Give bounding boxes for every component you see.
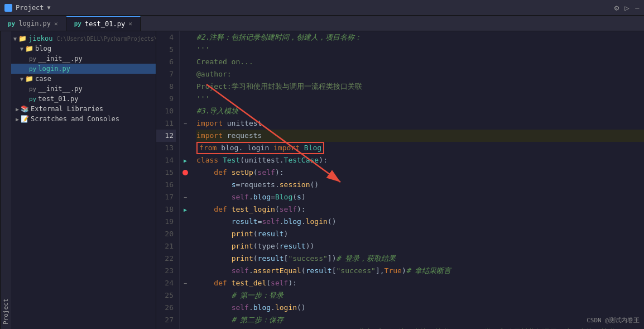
fold-icon-17[interactable]: − [184, 194, 187, 201]
chevron-down-icon3: ▼ [20, 76, 23, 82]
code-line-24: def test_del ( self ): [196, 277, 644, 289]
code-line-18: def test_login ( self ): [196, 203, 644, 216]
title-bar-icons: ⚙ ▷ − [614, 3, 640, 12]
title-bar: Project ▼ ⚙ ▷ − [0, 0, 644, 16]
fn-setup-15: setUp [232, 166, 253, 179]
plain-28c: . [301, 326, 306, 329]
init-file-icon: py [29, 55, 36, 63]
var-body-28: body [458, 326, 475, 329]
chevron-right-icon: ▶ [16, 106, 19, 112]
gutter-10 [180, 105, 191, 117]
var-s-17: s [297, 191, 301, 203]
gutter-27 [180, 314, 191, 326]
line-num-21: 21 [156, 240, 176, 252]
tab-test01-close[interactable]: ✕ [128, 20, 132, 27]
code-line-19: result = self . blog . login () [196, 216, 644, 228]
tree-case-folder[interactable]: ▼ 📁 case [11, 74, 156, 84]
paren-20b: ) [284, 228, 289, 240]
gutter-26 [180, 302, 191, 314]
comment-25: # 第一步：登录 [232, 289, 284, 302]
plain-19b: . [280, 216, 284, 228]
code-line-22: print ( result [ "success" ]) # 登录，获取结果 [196, 252, 644, 265]
paren-20a: ( [253, 228, 258, 240]
code-line-8: Project:学习和使用封装与调用一流程类接口关联 [196, 80, 644, 93]
tab-login-close[interactable]: ✕ [54, 20, 58, 27]
indent-17 [196, 191, 232, 203]
code-line-11: import unittest [196, 117, 644, 130]
tab-login[interactable]: py login.py ✕ [0, 16, 66, 31]
paren-14a: ( [240, 154, 244, 166]
fn-assert-23: assertEqual [253, 265, 301, 277]
code-line-23: self . assertEqual ( result [ "success" … [196, 265, 644, 277]
highlight-box-13: from blog. login import Blog [196, 142, 324, 154]
tab-login-icon: py [8, 20, 15, 27]
kw-from-13: from [199, 143, 217, 153]
tree-login-file[interactable]: py login.py [11, 64, 156, 74]
fn-session-16: session [280, 179, 310, 191]
gutter-18[interactable]: ▶ [180, 203, 191, 216]
title-bar-left: Project ▼ [4, 4, 51, 12]
gutter-15 [180, 166, 191, 179]
code-line-9: ''' [196, 93, 644, 105]
code-text-5: ''' [196, 44, 209, 56]
var-blog-28: blog [284, 326, 301, 329]
run-icon[interactable]: ▷ [624, 3, 629, 12]
paren-18a: ( [275, 203, 280, 216]
line-num-28: 28 [156, 326, 176, 329]
plain-24a [227, 277, 232, 289]
code-content[interactable]: #2.注释：包括记录创建时间，创建人，项目名称： ''' Created on.… [192, 31, 644, 329]
self-26: self [232, 302, 249, 314]
tree-blog-folder[interactable]: ▼ 📁 blog [11, 44, 156, 54]
gutter-14[interactable]: ▶ [180, 154, 191, 166]
tree-root[interactable]: ▼ 📁 jiekou C:\Users\DELL\PycharmProjects… [11, 34, 156, 44]
self-18: self [280, 203, 297, 216]
plain-12: requests [223, 130, 262, 142]
indent-27 [196, 314, 232, 326]
line-num-6: 6 [156, 56, 176, 68]
var-r2url-28: r2_url [232, 326, 258, 329]
watermark: CSDN @测试内卷王 [587, 316, 640, 325]
tree-root-label: jiekou [28, 35, 52, 42]
run-icon-14[interactable]: ▶ [184, 158, 187, 164]
kw-def-24: def [214, 277, 227, 289]
tree-external-libs-label: External Libraries [31, 105, 103, 113]
run-icon-18[interactable]: ▶ [184, 207, 187, 213]
line-num-9: 9 [156, 93, 176, 105]
fold-icon-24[interactable]: − [184, 280, 187, 287]
settings-icon[interactable]: ⚙ [614, 3, 619, 12]
tab-test01[interactable]: py test_01.py ✕ [66, 16, 141, 31]
plain-type-21: type( [258, 240, 280, 252]
fn-save-28: save [306, 326, 323, 329]
line-num-13: 13 [156, 142, 176, 154]
code-editor[interactable]: 4 5 6 7 8 9 10 11 12 13 14 15 16 17 18 1… [156, 31, 644, 329]
code-line-28: r2_url = self . blog . save ( title = "北… [196, 326, 644, 329]
tab-test01-icon: py [74, 20, 81, 27]
fold-icon-11[interactable]: − [184, 121, 187, 127]
chevron-right-icon2: ▶ [16, 116, 19, 122]
tree-external-libs[interactable]: ▶ 📚 External Libraries [11, 104, 156, 114]
kw-class-14: class [196, 154, 218, 166]
sidebar-project-bar: Project [0, 31, 11, 329]
plain-11: unittest [223, 117, 262, 130]
fn-print-21: print [232, 240, 253, 252]
tree-test01-file[interactable]: py test_01.py [11, 94, 156, 104]
tree-blog-init[interactable]: py __init__.py [11, 54, 156, 64]
plain-17a: . [249, 191, 253, 203]
fn-print-20: print [232, 228, 253, 240]
line-num-10: 10 [156, 105, 176, 117]
line-num-18: 18 [156, 203, 176, 216]
var-result-23: result [306, 265, 332, 277]
tree-case-init[interactable]: py __init__.py [11, 84, 156, 94]
self-15: self [258, 166, 275, 179]
tree-scratches-label: Scratches and Consoles [31, 115, 119, 123]
gutter-28 [180, 326, 191, 329]
tree-scratches[interactable]: ▶ 📝 Scratches and Consoles [11, 114, 156, 124]
dropdown-icon[interactable]: ▼ [47, 4, 51, 11]
tree-blog-label: blog [35, 45, 51, 53]
paren-22a: ( [253, 252, 258, 265]
minus-icon[interactable]: − [635, 3, 640, 12]
kw-import-11: import [196, 117, 223, 130]
plain-from-13a: blog. [217, 143, 247, 153]
plain-16b: requests. [240, 179, 279, 191]
gutter-8 [180, 80, 191, 93]
